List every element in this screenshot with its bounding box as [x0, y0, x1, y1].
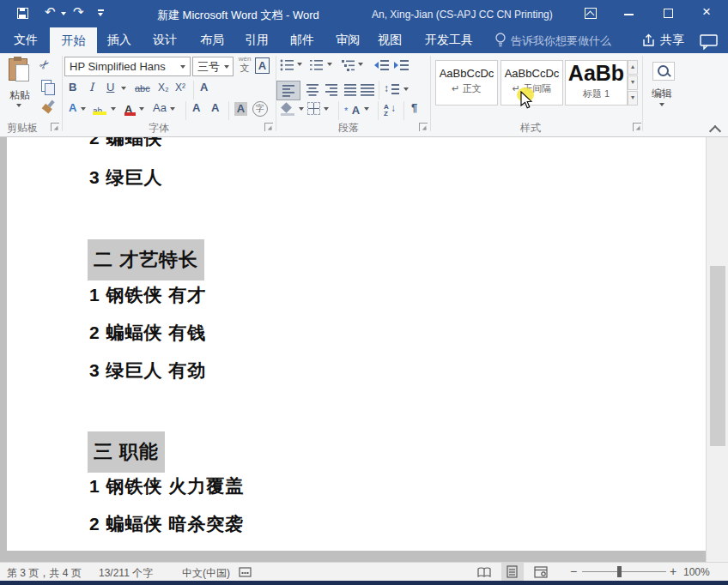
text-effects-icon[interactable]: A: [69, 102, 76, 114]
bullets-icon[interactable]: [280, 58, 294, 72]
doc-line[interactable]: 1 钢铁侠 火力覆盖: [89, 474, 244, 498]
change-case-icon[interactable]: Aa: [153, 102, 167, 114]
vertical-scrollbar[interactable]: [706, 137, 728, 562]
numbering-icon[interactable]: [309, 58, 324, 72]
italic-icon[interactable]: I: [89, 81, 94, 93]
tab-view[interactable]: 视图: [373, 33, 407, 48]
highlight-color-icon[interactable]: ab: [93, 102, 108, 114]
align-center-icon[interactable]: [306, 84, 320, 97]
style-card-heading1[interactable]: AaBb 标题 1: [565, 60, 628, 106]
bold-icon[interactable]: B: [69, 81, 76, 93]
increase-indent-icon[interactable]: [394, 58, 410, 72]
font-size-dropdown-icon[interactable]: [224, 65, 229, 69]
paste-dropdown-icon[interactable]: [16, 104, 21, 107]
redo-icon[interactable]: ↷: [73, 5, 84, 19]
numbering-dropdown-icon[interactable]: [327, 63, 332, 66]
underline-dropdown-icon[interactable]: [121, 87, 126, 90]
read-mode-icon[interactable]: [477, 566, 492, 578]
highlight-dropdown-icon[interactable]: [111, 107, 116, 111]
font-color-icon[interactable]: A: [124, 101, 136, 115]
phonetic-guide-icon[interactable]: wén 文: [237, 56, 252, 76]
font-name-combo[interactable]: HP Simplified Hans: [64, 57, 191, 76]
language-indicator[interactable]: 中文(中国): [182, 566, 230, 581]
page-indicator[interactable]: 第 3 页，共 4 页: [7, 566, 82, 581]
tab-insert[interactable]: 插入: [102, 33, 136, 48]
doc-line[interactable]: 2 蝙蝠侠 暗杀突袭: [89, 512, 244, 536]
tab-layout[interactable]: 布局: [195, 33, 229, 48]
tab-design[interactable]: 设计: [148, 33, 182, 48]
subscript-icon[interactable]: X₂: [158, 81, 169, 93]
save-icon[interactable]: [17, 8, 28, 19]
editing-dropdown-icon[interactable]: [659, 103, 664, 106]
tab-references[interactable]: 引用: [240, 33, 274, 48]
distributed-icon[interactable]: [361, 84, 376, 97]
undo-dropdown-icon[interactable]: [61, 12, 66, 15]
change-case-dropdown-icon[interactable]: [170, 107, 175, 111]
tab-developer[interactable]: 开发工具: [424, 33, 474, 48]
doc-line[interactable]: 1 钢铁侠 有才: [89, 283, 206, 307]
undo-icon[interactable]: ↶: [45, 5, 56, 19]
tab-home[interactable]: 开始: [50, 27, 97, 53]
tab-mailings[interactable]: 邮件: [285, 33, 319, 48]
styles-scroll-up-button[interactable]: ▴: [628, 60, 638, 75]
font-size-combo[interactable]: 三号: [192, 57, 234, 76]
copy-icon[interactable]: [41, 80, 52, 92]
doc-line[interactable]: 3 绿巨人: [89, 166, 163, 190]
font-dialog-launcher[interactable]: [264, 123, 273, 131]
ribbon-display-options-icon[interactable]: [585, 8, 597, 19]
zoom-slider-track[interactable]: [582, 571, 666, 572]
multilevel-dropdown-icon[interactable]: [358, 63, 363, 66]
tell-me-box[interactable]: 告诉我你想要做什么: [511, 33, 611, 49]
font-name-dropdown-icon[interactable]: [180, 65, 185, 69]
account-name[interactable]: An, Xing-Jian (CS-APJ CC CN Printing): [372, 9, 553, 21]
show-hide-marks-icon[interactable]: ¶: [411, 102, 417, 114]
comments-icon[interactable]: [700, 34, 719, 50]
text-effects-dropdown-icon[interactable]: [81, 107, 86, 111]
customize-qat-dropdown-icon[interactable]: [98, 13, 103, 16]
customize-qat-icon[interactable]: [98, 9, 104, 11]
doc-line[interactable]: 3 绿巨人 有劲: [89, 359, 206, 383]
clear-formatting-icon[interactable]: A: [200, 81, 208, 93]
bullets-dropdown-icon[interactable]: [297, 63, 302, 66]
macro-record-icon[interactable]: [239, 567, 252, 577]
share-button[interactable]: 共享: [658, 33, 687, 48]
enclose-characters-icon[interactable]: 字: [252, 101, 268, 117]
print-layout-button-active[interactable]: [501, 563, 524, 581]
zoom-in-button[interactable]: +: [670, 564, 676, 578]
superscript-icon[interactable]: X²: [175, 81, 185, 93]
scrollbar-thumb[interactable]: [710, 266, 725, 446]
clipboard-dialog-launcher[interactable]: [51, 123, 59, 131]
close-icon[interactable]: ×: [702, 3, 711, 21]
format-painter-icon[interactable]: [39, 97, 59, 117]
doc-line[interactable]: 2 蝙蝠侠: [89, 137, 163, 150]
decrease-indent-icon[interactable]: [374, 58, 390, 72]
multilevel-list-icon[interactable]: [341, 58, 356, 72]
editing-button[interactable]: 编辑: [648, 60, 677, 113]
underline-icon[interactable]: U: [106, 81, 114, 93]
align-right-icon[interactable]: [325, 84, 339, 97]
styles-scroll-down-button[interactable]: ▾: [628, 75, 638, 90]
tab-file[interactable]: 文件: [9, 33, 43, 48]
justify-icon[interactable]: [344, 84, 358, 97]
grow-font-icon[interactable]: A: [192, 102, 200, 114]
cut-icon[interactable]: ✂: [37, 57, 52, 72]
line-spacing-dropdown-icon[interactable]: [403, 87, 409, 91]
line-spacing-icon[interactable]: ↕: [384, 82, 401, 97]
asian-layout-dropdown-icon[interactable]: [364, 107, 369, 111]
borders-icon[interactable]: [307, 102, 320, 115]
doc-heading-selected[interactable]: 三 职能: [88, 431, 165, 473]
zoom-out-button[interactable]: −: [570, 564, 577, 578]
style-card-normal[interactable]: AaBbCcDc ↵ 正文: [435, 60, 498, 106]
maximize-icon[interactable]: [664, 9, 673, 18]
doc-line[interactable]: 2 蝙蝠侠 有钱: [89, 321, 206, 345]
font-color-dropdown-icon[interactable]: [139, 107, 144, 111]
doc-heading-selected[interactable]: 二 才艺特长: [88, 239, 204, 280]
asian-layout-icon[interactable]: * A: [344, 102, 363, 116]
align-left-button[interactable]: [276, 81, 300, 100]
strikethrough-icon[interactable]: abc: [135, 82, 150, 94]
word-count[interactable]: 13/211 个字: [99, 566, 153, 581]
zoom-slider-handle[interactable]: [617, 566, 622, 577]
styles-gallery-more-button[interactable]: ▾: [628, 91, 638, 106]
paste-button[interactable]: 粘贴: [2, 57, 38, 120]
web-layout-icon[interactable]: [534, 566, 549, 578]
